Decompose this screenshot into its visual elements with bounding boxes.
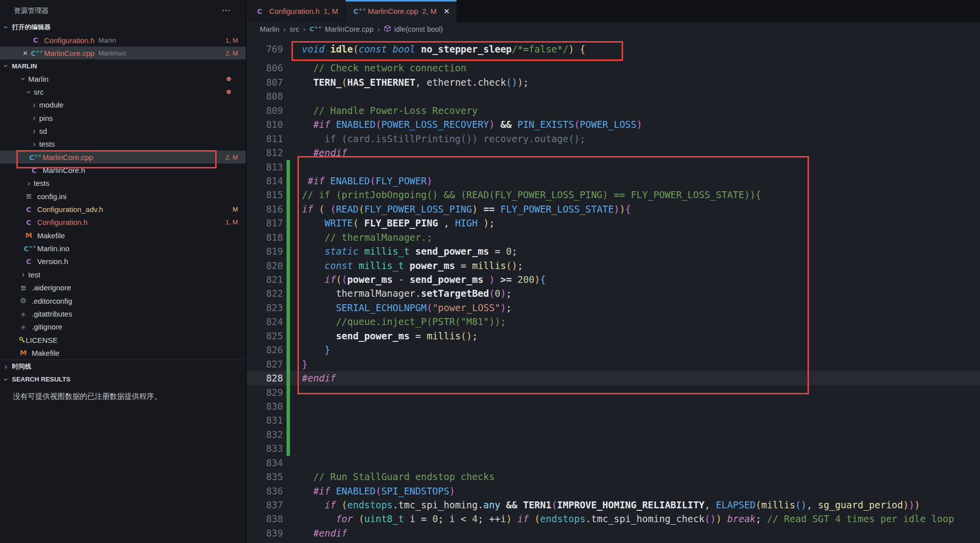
code-line[interactable]: 835 // Run StallGuard endstop checks	[247, 470, 980, 484]
code-line[interactable]: 820 const millis_t power_ms = millis();	[247, 259, 980, 272]
line-number[interactable]: 836	[247, 484, 283, 498]
line-number[interactable]: 838	[247, 512, 283, 526]
tree-file-configuration-h[interactable]: CConfiguration.h1, M	[0, 216, 246, 229]
code-line[interactable]: 834	[247, 456, 980, 470]
tree-file--gitattributes[interactable]: ◈.gitattributes	[0, 307, 246, 320]
code-line[interactable]: 831	[247, 413, 980, 427]
tree-folder-tests[interactable]: ›tests	[0, 177, 246, 190]
code-line[interactable]: 825 send_power_ms = millis();	[247, 329, 980, 343]
line-number[interactable]: 839	[247, 526, 283, 540]
close-icon[interactable]: ✕	[444, 7, 450, 16]
line-number[interactable]: 811	[247, 132, 283, 146]
open-editor-item[interactable]: ✕C++MarlinCore.cppMarlin\src2, M	[0, 47, 246, 59]
tree-file-license[interactable]: LICENSE	[0, 333, 246, 346]
code-line[interactable]: 817 WRITE( FLY_BEEP_PING , HIGH );	[247, 216, 980, 230]
code-line[interactable]: 806 // Check network connection	[247, 61, 980, 75]
code-line[interactable]: 836 #if ENABLED(SPI_ENDSTOPS)	[247, 484, 980, 498]
tree-file-config-ini[interactable]: ≡config.ini	[0, 190, 246, 203]
tree-file--aiderignore[interactable]: ≡.aiderignore	[0, 281, 246, 294]
tree-file--editorconfig[interactable]: ⚙.editorconfig	[0, 294, 246, 307]
code-line[interactable]: 809 // Handle Power-Loss Recovery	[247, 104, 980, 117]
line-number[interactable]: 829	[247, 385, 283, 399]
code-line[interactable]: 826 }	[247, 343, 980, 357]
code-line[interactable]: 827}	[247, 357, 980, 371]
line-number[interactable]: 769	[247, 42, 283, 56]
tree-folder-test[interactable]: ›test	[0, 268, 246, 281]
code-line[interactable]: 807 TERN_(HAS_ETHERNET, ethernet.check()…	[247, 75, 980, 89]
line-number[interactable]: 822	[247, 286, 283, 300]
tree-file-marlincore-h[interactable]: CMarlinCore.h	[0, 163, 246, 176]
code-line[interactable]: 824 //queue.inject_P(PSTR("M81"));	[247, 315, 980, 328]
code-line[interactable]: 769void idle(const bool no_stepper_sleep…	[247, 42, 980, 56]
line-number[interactable]: 828	[247, 371, 283, 385]
code-line[interactable]: 830	[247, 399, 980, 413]
code-line[interactable]: 819 static millis_t send_power_ms = 0;	[247, 244, 980, 258]
line-number[interactable]: 816	[247, 202, 283, 216]
line-number[interactable]: 833	[247, 441, 283, 455]
code-line[interactable]: 837 if (endstops.tmc_spi_homing.any && T…	[247, 498, 980, 512]
code-line[interactable]: 810 #if ENABLED(POWER_LOSS_RECOVERY) && …	[247, 117, 980, 131]
tree-folder-src[interactable]: ›src	[0, 85, 246, 98]
breadcrumb-item-src[interactable]: src	[289, 25, 299, 33]
code-line[interactable]: 808	[247, 89, 980, 103]
code-line[interactable]: 838 for (uint8_t i = 0; i < 4; ++i) if (…	[247, 512, 980, 526]
tab-marlincore-cpp[interactable]: C++MarlinCore.cpp2, M✕	[346, 0, 457, 22]
code-line[interactable]: 839 #endif	[247, 526, 980, 540]
line-number[interactable]: 812	[247, 146, 283, 160]
breadcrumb-item-marlin[interactable]: Marlin	[260, 25, 279, 33]
line-number[interactable]: 818	[247, 230, 283, 244]
more-actions-icon[interactable]: ⋯	[222, 0, 231, 21]
line-number[interactable]: 837	[247, 498, 283, 512]
tab-configuration-h[interactable]: CConfiguration.h1, M	[247, 0, 346, 22]
line-number[interactable]: 817	[247, 216, 283, 230]
line-number[interactable]: 831	[247, 413, 283, 427]
tree-folder-marlin[interactable]: ›Marlin	[0, 72, 246, 85]
line-number[interactable]: 832	[247, 428, 283, 441]
line-number[interactable]: 815	[247, 188, 283, 202]
code-line[interactable]: 828#endif	[247, 371, 980, 385]
line-number[interactable]: 823	[247, 301, 283, 315]
line-number[interactable]: 820	[247, 259, 283, 272]
tree-folder-module[interactable]: ›module	[0, 99, 246, 111]
code-line[interactable]: 832	[247, 428, 980, 441]
code-line[interactable]: 813	[247, 160, 980, 174]
tree-file-marlin-ino[interactable]: C++Marlin.ino	[0, 242, 246, 255]
code-line[interactable]: 811 if (card.isStillPrinting()) recovery…	[247, 132, 980, 146]
code-line[interactable]: 815// if (printJobOngoing() && (READ(FLY…	[247, 188, 980, 202]
tree-file-version-h[interactable]: CVersion.h	[0, 255, 246, 268]
tree-file--gitignore[interactable]: ◈.gitignore	[0, 321, 246, 333]
code-line[interactable]: 823 SERIAL_ECHOLNPGM("power_LOSS");	[247, 301, 980, 315]
open-editors-header[interactable]: › 打开的编辑器	[0, 21, 246, 34]
line-number[interactable]: 825	[247, 329, 283, 343]
close-icon[interactable]: ✕	[20, 50, 31, 57]
code-line[interactable]: 833	[247, 441, 980, 455]
open-editor-item[interactable]: CConfiguration.hMarlin1, M	[0, 34, 246, 47]
line-number[interactable]: 834	[247, 456, 283, 470]
tree-folder-tests[interactable]: ›tests	[0, 138, 246, 151]
tree-file-configuration-adv-h[interactable]: CConfiguration_adv.hM	[0, 203, 246, 216]
line-number[interactable]: 814	[247, 174, 283, 188]
line-number[interactable]: 824	[247, 315, 283, 328]
tree-file-makefile[interactable]: MMakefile	[0, 346, 246, 359]
line-number[interactable]: 827	[247, 357, 283, 371]
timeline-header[interactable]: › 时间线	[0, 360, 246, 373]
line-number[interactable]: 809	[247, 104, 283, 117]
breadcrumb-item-symbol[interactable]: idle(const bool)	[394, 25, 443, 33]
code-view[interactable]: 769void idle(const bool no_stepper_sleep…	[247, 36, 980, 540]
tree-file-makefile[interactable]: MMakefile	[0, 229, 246, 242]
line-number[interactable]: 826	[247, 343, 283, 357]
code-line[interactable]: 822 thermalManager.setTargetBed(0);	[247, 286, 980, 300]
code-line[interactable]: 812 #endif	[247, 146, 980, 160]
code-line[interactable]: 814 #if ENABLED(FLY_POWER)	[247, 174, 980, 188]
search-results-header[interactable]: › SEARCH RESULTS	[0, 373, 246, 386]
tree-file-marlincore-cpp[interactable]: C++MarlinCore.cpp2, M	[0, 151, 246, 163]
project-section-header[interactable]: › MARLIN	[0, 59, 246, 72]
code-line[interactable]: 818 // thermalManager.;	[247, 230, 980, 244]
tree-folder-sd[interactable]: ›sd	[0, 124, 246, 137]
line-number[interactable]: 835	[247, 470, 283, 484]
code-line[interactable]: 829	[247, 385, 980, 399]
line-number[interactable]: 808	[247, 89, 283, 103]
code-line[interactable]: 816if ( (READ(FLY_POWER_LOSS_PING) == FL…	[247, 202, 980, 216]
code-line[interactable]: 821 if((power_ms - send_power_ms ) >= 20…	[247, 272, 980, 286]
line-number[interactable]: 807	[247, 75, 283, 89]
